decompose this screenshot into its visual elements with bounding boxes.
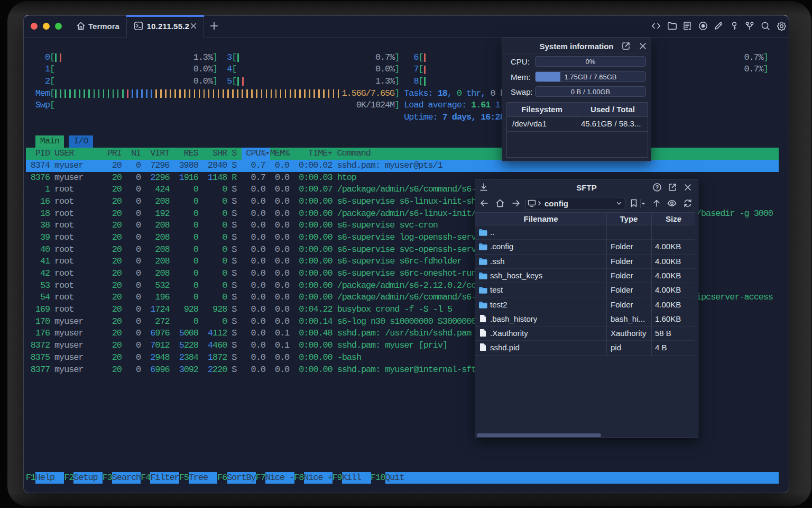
svg-text:?: ? (656, 184, 659, 190)
